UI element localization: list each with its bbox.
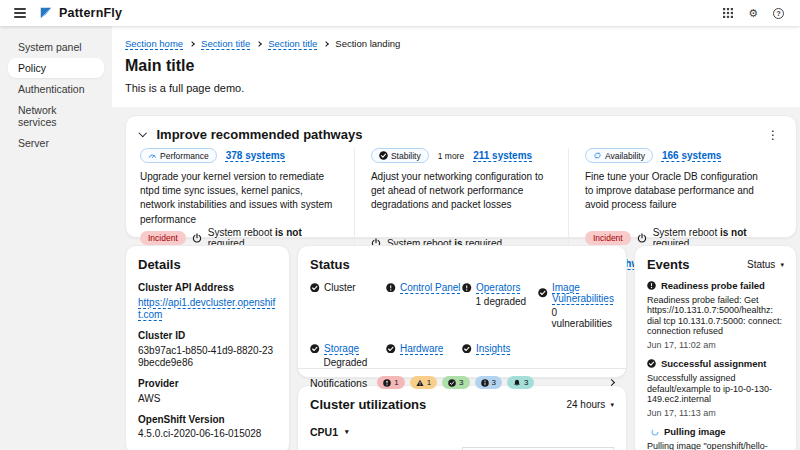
help-icon[interactable]: ? xyxy=(773,8,784,19)
patternfly-logo-icon xyxy=(39,6,53,20)
more-labels-text[interactable]: 1 more xyxy=(438,151,464,161)
sidebar-item-policy[interactable]: Policy xyxy=(8,58,104,78)
notification-badges: 1 1 3 3 3 xyxy=(377,376,534,389)
events-card-title: Events xyxy=(647,257,690,272)
info-notification-badge[interactable]: 3 xyxy=(475,376,502,389)
sync-icon xyxy=(593,151,602,160)
event-item: Readiness probe failed Readiness probe f… xyxy=(647,280,784,350)
systems-link[interactable]: 211 systems xyxy=(473,150,532,161)
pathway-description: Upgrade your kernel version to remediate… xyxy=(140,170,338,227)
page-title: Main title xyxy=(125,57,785,75)
breadcrumb-link[interactable]: Section title xyxy=(268,38,317,49)
chevron-right-icon xyxy=(256,41,262,47)
sidebar-item-network-services[interactable]: Network services xyxy=(8,100,104,132)
info-circle-icon xyxy=(481,379,489,387)
pathway-description: Adjust your networking configuration to … xyxy=(371,170,552,213)
check-circle-icon xyxy=(538,288,548,298)
app-launcher-icon[interactable] xyxy=(723,8,733,18)
power-icon xyxy=(192,233,202,243)
event-item: Successful assignment Successfully assig… xyxy=(647,358,784,418)
exclamation-circle-icon xyxy=(647,281,656,290)
details-card: Details Cluster API Address https://api1… xyxy=(125,245,290,450)
check-circle-icon xyxy=(462,344,472,354)
detail-label: Cluster API Address xyxy=(138,282,277,293)
chevron-right-icon xyxy=(189,41,195,47)
status-subtext: 1 degraded xyxy=(476,296,539,307)
sidebar-item-server[interactable]: Server xyxy=(8,133,104,153)
left-column: Details Cluster API Address https://api1… xyxy=(125,245,290,450)
status-item-storage[interactable]: Storage xyxy=(324,343,359,354)
performance-label[interactable]: Performance xyxy=(140,148,217,163)
status-item-hardware[interactable]: Hardware xyxy=(400,343,443,354)
status-item-operators[interactable]: Operators xyxy=(476,282,520,293)
status-card: Status Cluster Control Panel Operators 1… xyxy=(297,245,627,378)
power-icon xyxy=(637,233,647,243)
check-circle-icon xyxy=(310,344,320,354)
brand[interactable]: PatternFly xyxy=(39,6,122,20)
exclamation-circle-icon xyxy=(462,283,472,293)
cpu-dropdown[interactable]: CPU1 ▾ xyxy=(310,426,614,438)
event-timestamp: Jun 17, 11:02 am xyxy=(647,340,784,350)
brand-name: PatternFly xyxy=(59,6,122,20)
caret-down-icon: ▾ xyxy=(345,428,349,436)
caret-down-icon: ▾ xyxy=(780,261,784,269)
danger-notification-badge[interactable]: 1 xyxy=(377,376,404,389)
in-progress-icon xyxy=(651,428,659,436)
breadcrumb-current: Section landing xyxy=(335,38,400,49)
pathways-card-title: Improve recommended pathways xyxy=(157,127,363,142)
status-card-title: Status xyxy=(310,257,614,272)
breadcrumb-link[interactable]: Section title xyxy=(201,38,250,49)
incident-badge: Incident xyxy=(585,231,631,245)
breadcrumb-link[interactable]: Section home xyxy=(125,38,183,49)
pathway-description: Fine tune your Oracle DB configuration t… xyxy=(585,170,766,213)
incident-badge: Incident xyxy=(140,231,186,245)
check-circle-icon xyxy=(386,344,396,354)
sidebar-item-system-panel[interactable]: System panel xyxy=(8,37,104,57)
exclamation-circle-icon xyxy=(386,283,396,293)
bell-notification-badge[interactable]: 3 xyxy=(507,376,534,389)
open-drawer-chevron-icon[interactable] xyxy=(608,379,615,386)
sidebar-item-authentication[interactable]: Authentication xyxy=(8,79,104,99)
page-description: This is a full page demo. xyxy=(125,82,785,94)
detail-value: AWS xyxy=(138,393,277,406)
success-notification-badge[interactable]: 3 xyxy=(442,376,469,389)
status-item-cluster: Cluster xyxy=(324,282,356,293)
status-item-image-vulnerabilities[interactable]: Image Vulnerabilities xyxy=(552,282,614,304)
event-body: Pulling image "openshift/hello-openshift… xyxy=(647,441,784,450)
status-subtext: Degraded xyxy=(324,357,387,368)
detail-label: OpenShift Version xyxy=(138,414,277,425)
status-subtext: 0 vulnerabilities xyxy=(552,307,614,329)
detail-value: 63b97ac1-b850-41d9-8820-239becde9e86 xyxy=(138,345,277,370)
chevron-right-icon xyxy=(324,41,330,47)
check-circle-icon xyxy=(379,151,388,160)
event-body: Successfully assigned default/example to… xyxy=(647,373,784,405)
detail-value: 4.5.0.ci-2020-06-16-015028 xyxy=(138,428,277,441)
systems-link[interactable]: 166 systems xyxy=(662,150,722,161)
gauge-icon xyxy=(148,151,157,160)
nav-toggle-icon[interactable] xyxy=(14,8,26,18)
settings-gear-icon[interactable]: ⚙ xyxy=(748,8,758,19)
time-range-dropdown[interactable]: 24 hours ▾ xyxy=(566,399,613,410)
events-card: Events Status ▾ Readiness probe failed R… xyxy=(634,245,797,450)
exclamation-triangle-icon xyxy=(416,379,424,387)
check-circle-icon xyxy=(647,359,656,368)
availability-label[interactable]: Availability xyxy=(585,148,653,163)
stability-label[interactable]: Stability xyxy=(371,148,429,163)
detail-label: Provider xyxy=(138,378,277,389)
middle-column: Status Cluster Control Panel Operators 1… xyxy=(297,245,627,450)
check-circle-icon xyxy=(448,379,456,387)
sidebar-nav: System panel Policy Authentication Netwo… xyxy=(0,26,112,450)
status-item-insights[interactable]: Insights xyxy=(476,343,510,354)
masthead: PatternFly ⚙ ? xyxy=(0,0,800,26)
kebab-menu-icon[interactable]: ⋮ xyxy=(764,129,782,141)
status-item-control-panel[interactable]: Control Panel xyxy=(400,282,461,293)
expand-toggle-icon[interactable] xyxy=(139,129,147,137)
utilizations-card-title: Cluster utilizations xyxy=(310,397,426,412)
exclamation-circle-icon xyxy=(383,379,391,387)
page-header: Section home Section title Section title… xyxy=(112,26,800,107)
cluster-api-link[interactable]: https://api1.devcluster.openshift.com xyxy=(138,297,277,322)
warning-notification-badge[interactable]: 1 xyxy=(410,376,437,389)
systems-link[interactable]: 378 systems xyxy=(226,150,286,161)
events-filter-dropdown[interactable]: Status ▾ xyxy=(747,259,784,270)
check-circle-icon xyxy=(310,283,320,293)
